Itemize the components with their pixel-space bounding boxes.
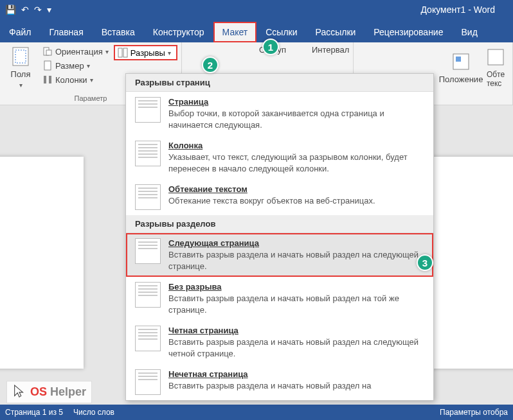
redo-icon[interactable]: ↷ (34, 4, 42, 15)
watermark: OS Helper (6, 381, 92, 403)
margins-button[interactable]: Поля ▾ (4, 45, 37, 90)
cursor-icon (12, 384, 26, 400)
callout-badge-1: 1 (262, 39, 279, 55)
undo-icon[interactable]: ↶ (21, 4, 29, 15)
break-option-continuous[interactable]: Без разрыва Вставить разрыв раздела и на… (126, 277, 433, 320)
tab-layout[interactable]: Макет (213, 22, 257, 42)
breaks-button[interactable]: Разрывы▾ (114, 45, 177, 60)
callout-badge-3: 3 (417, 254, 433, 271)
orientation-button[interactable]: Ориентация▾ (40, 45, 111, 58)
svg-rect-4 (44, 61, 51, 70)
columns-icon (42, 74, 53, 85)
svg-rect-6 (49, 76, 51, 83)
document-title: Документ1 - Word (420, 4, 508, 15)
nextpage-break-icon (135, 238, 161, 264)
break-option-page[interactable]: Страница Выбор точки, в которой заканчив… (126, 92, 433, 136)
oddpage-break-icon (135, 369, 161, 395)
textwrap-break-icon (135, 184, 161, 210)
tab-file[interactable]: Файл (0, 22, 40, 42)
status-display-options[interactable]: Параметры отобра (440, 408, 508, 417)
tab-view[interactable]: Вид (452, 22, 486, 42)
tab-design[interactable]: Конструктор (144, 22, 213, 42)
position-icon (451, 51, 471, 72)
svg-rect-3 (46, 50, 51, 55)
ribbon-tabs: Файл Главная Вставка Конструктор Макет С… (0, 19, 513, 42)
margins-icon (10, 46, 31, 67)
status-page[interactable]: Страница 1 из 5 (5, 408, 63, 417)
svg-rect-10 (456, 57, 461, 62)
tab-review[interactable]: Рецензирование (364, 22, 452, 42)
quick-access-toolbar: 💾 ↶ ↷ ▾ (5, 4, 51, 15)
save-icon[interactable]: 💾 (5, 4, 16, 15)
break-option-column[interactable]: Колонка Указывает, что текст, следующий … (126, 136, 433, 179)
break-option-next-page[interactable]: Следующая страница Вставить разрыв разде… (126, 233, 433, 277)
wrap-button[interactable]: Обте текс (483, 45, 509, 90)
tab-references[interactable]: Ссылки (256, 22, 306, 42)
wrap-icon (485, 47, 506, 67)
title-bar: 💾 ↶ ↷ ▾ Документ1 - Word (0, 0, 513, 19)
section-header-page-breaks: Разрывы страниц (126, 74, 433, 92)
tab-home[interactable]: Главная (40, 22, 92, 42)
status-words[interactable]: Число слов (73, 408, 114, 417)
callout-badge-2: 2 (202, 57, 219, 73)
breaks-icon (118, 48, 128, 58)
breaks-dropdown: Разрывы страниц Страница Выбор точки, в … (125, 73, 434, 401)
break-option-even-page[interactable]: Четная страница Вставить разрыв раздела … (126, 320, 433, 364)
section-header-section-breaks: Разрывы разделов (126, 215, 433, 233)
tab-insert[interactable]: Вставка (93, 22, 144, 42)
svg-rect-7 (118, 48, 122, 57)
svg-rect-5 (44, 76, 46, 83)
size-button[interactable]: Размер▾ (40, 59, 111, 72)
orientation-icon (42, 46, 53, 57)
svg-rect-11 (488, 49, 503, 65)
spacing-label: Интервал (312, 45, 349, 55)
position-button[interactable]: Положение (444, 45, 478, 90)
qat-more-icon[interactable]: ▾ (47, 4, 51, 15)
tab-mailings[interactable]: Рассылки (307, 22, 365, 42)
evenpage-break-icon (135, 326, 161, 351)
page-break-icon (135, 97, 161, 123)
svg-rect-8 (123, 48, 127, 57)
column-break-icon (135, 141, 161, 166)
size-icon (42, 60, 53, 71)
columns-button[interactable]: Колонки▾ (40, 73, 111, 86)
continuous-break-icon (135, 282, 161, 308)
break-option-textwrap[interactable]: Обтекание текстом Обтекание текста вокру… (126, 179, 433, 215)
status-bar: Страница 1 из 5 Число слов Параметры ото… (0, 405, 513, 420)
break-option-odd-page[interactable]: Нечетная страница Вставить разрыв раздел… (126, 364, 433, 400)
